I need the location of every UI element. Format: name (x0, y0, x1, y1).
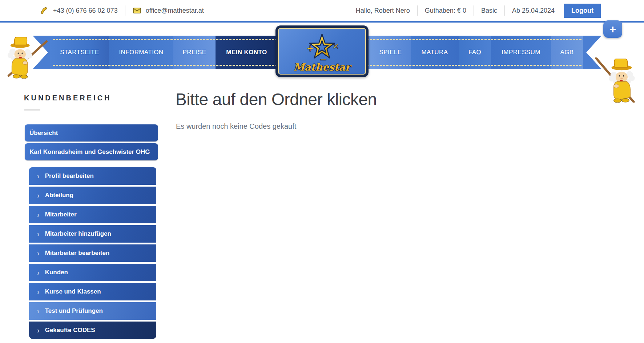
chevron-right-icon: › (37, 269, 40, 276)
chevron-right-icon: › (37, 307, 40, 315)
balance-text: Guthaben: € 0 (425, 7, 466, 15)
divider (417, 5, 418, 16)
professor-mascot-right (589, 57, 644, 103)
nav-item-faq[interactable]: FAQ (459, 36, 491, 69)
sidebar-item-label: Test und Prüfungen (45, 307, 103, 315)
plus-symbol: + (306, 43, 314, 53)
nav-item-mein-konto[interactable]: MEIN KONTO (216, 36, 278, 69)
sidebar-item-label: Profil bearbeiten (45, 172, 94, 180)
mail-icon (133, 6, 141, 15)
sidebar-item-label: Mitarbeiter (45, 211, 77, 218)
logout-button[interactable]: Logout (564, 4, 601, 18)
sidebar-item-label: Kurse und Klassen (45, 288, 101, 295)
times-symbol: × (333, 41, 339, 50)
nav-item-matura[interactable]: MATURA (411, 36, 459, 69)
chevron-right-icon: › (37, 230, 40, 238)
sidebar-heading-underline (24, 109, 40, 111)
nav-item-impressum[interactable]: IMPRESSUM (491, 36, 551, 69)
email-address[interactable]: office@mathestar.at (146, 7, 204, 15)
sidebar-item-label: Abteilung (45, 192, 73, 199)
contact-group: +43 (0) 676 66 02 073 office@mathestar.a… (40, 5, 204, 16)
professor-mascot-left (1, 36, 49, 79)
sidebar-item-profil-bearbeiten[interactable]: › Profil bearbeiten (29, 167, 156, 185)
star-icon: + × − (295, 31, 349, 64)
sidebar-item-test-und-pruefungen[interactable]: › Test und Prüfungen (29, 302, 156, 320)
sidebar-item-mitarbeiter-bearbeiten[interactable]: › Mitarbeiter bearbeiten (29, 244, 156, 262)
chevron-right-icon: › (37, 192, 40, 199)
divider (125, 5, 125, 16)
topbar: +43 (0) 676 66 02 073 office@mathestar.a… (0, 0, 644, 23)
plan-badge: Basic (481, 7, 497, 15)
sidebar-button-company[interactable]: Karl Konradsheim und Geschwister OHG (25, 143, 158, 160)
member-since-text: Ab 25.04.2024 (512, 7, 555, 15)
chevron-right-icon: › (37, 327, 40, 334)
logo-panel: + × − Mathestar (278, 28, 366, 75)
sidebar-item-gekaufte-codes[interactable]: › Gekaufte CODES (29, 322, 156, 339)
greeting-text: Hallo, Robert Nero (356, 7, 410, 15)
account-group: Hallo, Robert Nero Guthaben: € 0 Basic A… (356, 4, 601, 18)
sidebar-item-kunden[interactable]: › Kunden (29, 264, 156, 281)
sidebar-item-label: Mitarbeiter bearbeiten (45, 250, 110, 257)
sidebar-item-mitarbeiter-hinzufuegen[interactable]: › Mitarbeiter hinzufügen (29, 225, 156, 243)
chevron-right-icon: › (37, 211, 40, 218)
nav-item-information[interactable]: INFORMATION (109, 36, 173, 69)
empty-state-message: Es wurden noch keine Codes gekauft (176, 122, 296, 131)
nav-item-agb[interactable]: AGB (551, 36, 583, 69)
sidebar-item-mitarbeiter[interactable]: › Mitarbeiter (29, 206, 156, 223)
sidebar-button-uebersicht[interactable]: Übersicht (25, 124, 158, 141)
sidebar-item-label: Mitarbeiter hinzufügen (45, 230, 111, 238)
divider (504, 5, 505, 16)
sidebar-item-kurse-und-klassen[interactable]: › Kurse und Klassen (29, 283, 156, 300)
sidebar-item-label: Kunden (45, 269, 68, 276)
nav-item-startseite[interactable]: STARTSEITE (50, 36, 109, 69)
page-title: Bitte auf den Ordner klicken (176, 89, 377, 109)
phone-icon (40, 6, 49, 15)
sidebar-heading: KUNDENBEREICH (24, 94, 112, 102)
page: +43 (0) 676 66 02 073 office@mathestar.a… (0, 0, 644, 343)
chevron-right-icon: › (37, 250, 40, 257)
add-button[interactable]: + (603, 20, 622, 38)
phone-number[interactable]: +43 (0) 676 66 02 073 (53, 7, 118, 15)
chevron-right-icon: › (37, 288, 40, 295)
mathestar-logo[interactable]: + × − Mathestar (275, 25, 369, 77)
sidebar-item-label: Gekaufte CODES (45, 327, 95, 334)
divider (474, 5, 474, 16)
nav-item-preise[interactable]: PREISE (173, 36, 216, 69)
nav-item-spiele[interactable]: SPIELE (370, 36, 411, 69)
chevron-right-icon: › (37, 172, 40, 180)
logo-wordmark: Mathestar (294, 62, 350, 72)
sidebar-item-abteilung[interactable]: › Abteilung (29, 187, 156, 204)
